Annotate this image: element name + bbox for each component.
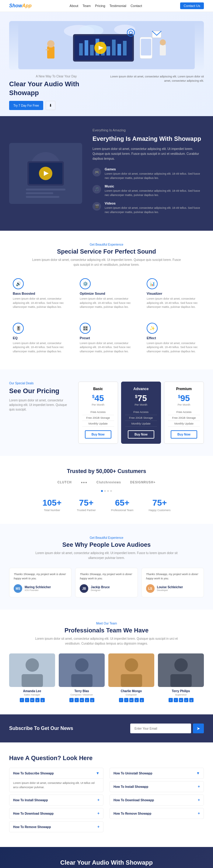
faq-item-2a: How To Install Showapp +: [110, 781, 204, 792]
optimize-icon: ⚙️: [80, 278, 91, 289]
testimonials-section: Get Beautiful Experience See Why People …: [0, 524, 213, 610]
carousel-dot-3[interactable]: [107, 490, 109, 492]
social-yt-3[interactable]: y: [135, 698, 139, 702]
social-gp-1[interactable]: g: [40, 698, 45, 702]
basic-period: Per Month: [82, 403, 114, 406]
social-tw-1[interactable]: t: [25, 698, 29, 702]
stat-total-label: Total Number: [42, 509, 62, 512]
social-in-3[interactable]: in: [129, 698, 134, 702]
games-icon: 🎮: [93, 168, 101, 177]
team-desc: Lorem ipsum dolor sit amet, consectetur …: [30, 637, 183, 646]
svg-rect-35: [26, 196, 59, 198]
faq-question-1c[interactable]: How To Remove Showapp +: [9, 822, 103, 832]
nav-team[interactable]: Team: [82, 4, 91, 8]
hero-cta-button[interactable]: Try 7 Day For Free: [9, 101, 43, 110]
nav-links: About Team Pricing Testimonial Contact: [70, 4, 142, 8]
cta-section: Clear Your Audio With Showapp Lorem ipsu…: [0, 847, 213, 868]
advance-period: Per Month: [125, 403, 157, 406]
amazing-desc: Lorem ipsum dolor sit amet, consectetur …: [93, 147, 204, 161]
premium-feature-1: Free Access: [168, 409, 200, 415]
team-tag: Meet Our Team: [9, 622, 204, 625]
feature-games-desc: Lorem ipsum dolor sit amet, consectetur …: [105, 172, 204, 180]
social-gp-2[interactable]: g: [90, 698, 94, 702]
faq-toggle-icon-2: ▼: [196, 771, 200, 775]
faq-question-1b[interactable]: How To Download Showapp +: [9, 808, 103, 818]
basic-feature-2: Free 20GB Storage: [82, 415, 114, 421]
faq-question-main-1[interactable]: How To Subscribe Showapp ▼: [9, 768, 103, 778]
stat-partner-label: Trusted Partner: [77, 509, 96, 512]
service-preset: 🎛️ Preset Lorem ipsum dolor sit amet, co…: [76, 319, 137, 358]
feature-music-title: Music: [105, 184, 204, 188]
social-fb-3[interactable]: f: [119, 698, 123, 702]
advance-plan-name: Advance: [125, 387, 157, 391]
carousel-dot-4[interactable]: [110, 490, 112, 492]
hero-download-icon-button[interactable]: ⬇: [46, 101, 56, 110]
social-tw-2[interactable]: t: [75, 698, 79, 702]
social-fb-2[interactable]: f: [69, 698, 74, 702]
social-fb-1[interactable]: f: [20, 698, 24, 702]
svg-rect-38: [22, 674, 43, 687]
social-yt-4[interactable]: y: [184, 698, 188, 702]
svg-rect-14: [123, 41, 127, 56]
service-bass: 🔊 Bass Boosted Lorem ipsum dolor sit ame…: [9, 275, 70, 313]
faq-section: Have A Question? Look Here How To Subscr…: [0, 742, 213, 847]
faq-question-main-2[interactable]: How To Uninstall Showapp ▼: [110, 768, 204, 778]
service-effect-desc: Lorem ipsum dolor sit amet, consectetur …: [147, 341, 200, 354]
social-gp-3[interactable]: g: [140, 698, 144, 702]
team-name-2: Terry Blas: [59, 689, 105, 693]
social-tw-3[interactable]: t: [124, 698, 129, 702]
team-photo-4: [158, 653, 204, 687]
basic-plan-name: Basic: [82, 387, 114, 391]
nav-contact[interactable]: Contact: [131, 4, 142, 8]
svg-rect-41: [71, 674, 93, 687]
testi-avatar-3: LS: [146, 584, 154, 593]
faq-answer-1: Lorem ipsum dolor sit amet, consectetur …: [9, 778, 103, 792]
nav-about[interactable]: About: [70, 4, 78, 8]
team-role-3: Composer: [108, 693, 154, 696]
stat-professional: 65+ Professional Team: [111, 498, 134, 512]
social-yt-2[interactable]: y: [85, 698, 89, 702]
faq-toggle-icon-1c: +: [97, 825, 100, 829]
advance-feature-1: Free Access: [125, 409, 157, 415]
nav-cta-button[interactable]: Contact Us: [180, 2, 204, 9]
premium-buy-button[interactable]: Buy Now: [171, 430, 197, 439]
preset-icon: 🎛️: [80, 323, 91, 334]
carousel-dot-2[interactable]: [104, 490, 106, 492]
stat-total-num: 105+: [42, 498, 62, 508]
basic-buy-button[interactable]: Buy Now: [85, 430, 111, 439]
social-in-1[interactable]: in: [30, 698, 34, 702]
testi-text-3: Thanks Showapp, my project work is done!…: [146, 572, 199, 581]
team-section: Meet Our Team Professionals Team We Have…: [0, 610, 213, 714]
advance-feature-2: Free 20GB Storage: [125, 415, 157, 421]
social-tw-4[interactable]: t: [174, 698, 178, 702]
faq-question-2c[interactable]: How To Remove Showapp +: [110, 808, 204, 818]
stat-happy-num: 75+: [149, 498, 171, 508]
pricing-desc: Lorem ipsum dolor sit amet, consectetur …: [9, 398, 72, 412]
subscribe-section: Subscribe To Get Our News ➤: [0, 714, 213, 742]
carousel-dot-1[interactable]: [101, 490, 103, 492]
faq-question-2a[interactable]: How To Install Showapp +: [110, 781, 204, 792]
subscribe-email-input[interactable]: [130, 723, 191, 733]
team-member-3: Charlie Mongo Composer f t in y g: [108, 653, 154, 702]
subscribe-submit-button[interactable]: ➤: [193, 723, 204, 733]
faq-question-2b[interactable]: How To Download Showapp +: [110, 795, 204, 805]
social-in-2[interactable]: in: [80, 698, 84, 702]
service-eq-desc: Lorem ipsum dolor sit amet, consectetur …: [13, 341, 66, 354]
nav-testimonial[interactable]: Testimonial: [110, 4, 126, 8]
faq-question-1a[interactable]: How To Install Showapp +: [9, 795, 103, 805]
social-in-4[interactable]: in: [179, 698, 183, 702]
service-bass-desc: Lorem ipsum dolor sit amet, consectetur …: [13, 297, 66, 309]
social-fb-4[interactable]: f: [169, 698, 173, 702]
svg-point-40: [75, 658, 88, 672]
team-title: Professionals Team We Have: [9, 627, 204, 634]
testi-role-1: IOS Founder: [25, 589, 51, 592]
feature-games: 🎮 Games Lorem ipsum dolor sit amet, cons…: [93, 167, 204, 180]
music-icon: 🎵: [93, 185, 101, 193]
svg-rect-12: [112, 40, 116, 56]
social-yt-1[interactable]: y: [35, 698, 40, 702]
hero-illustration: [9, 21, 204, 70]
nav-pricing[interactable]: Pricing: [95, 4, 105, 8]
advance-buy-button[interactable]: Buy Now: [128, 430, 154, 439]
stat-partner: 75+ Trusted Partner: [77, 498, 96, 512]
social-gp-4[interactable]: g: [189, 698, 193, 702]
